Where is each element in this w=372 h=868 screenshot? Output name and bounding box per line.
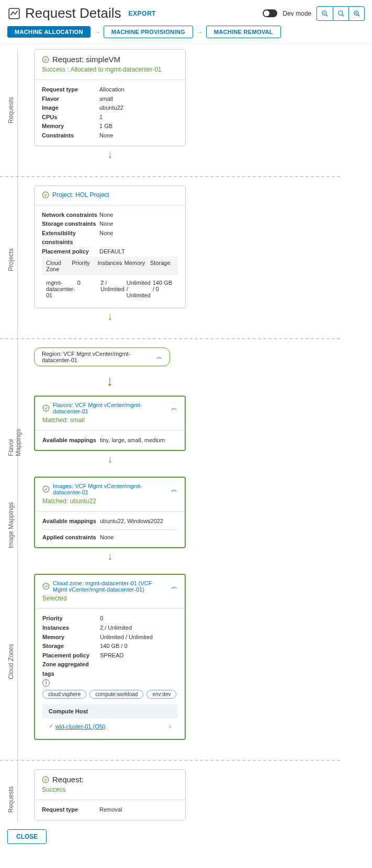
cluster-link[interactable]: wld-cluster-01 (ON) [55,723,105,730]
kv-val: None [100,533,177,542]
close-button[interactable]: CLOSE [7,829,47,844]
zoom-group [317,6,365,21]
kv-val: 1 GB [99,122,178,131]
kv-key: Priority [42,614,100,623]
arrow-down-icon: ↓ [34,310,186,322]
info-icon[interactable]: i [42,679,50,687]
check-circle-icon [42,191,49,199]
section-label-requests: Requests [7,786,15,813]
tags-row: cloud:vsphere compute:workload env:dev [42,690,177,699]
kv-key: Network constraints [42,211,99,220]
kv-key: Zone aggregated tags [42,660,100,678]
zoom-out-button[interactable] [317,7,333,20]
svg-point-10 [42,56,49,63]
chart-icon [7,7,21,20]
table-header: Cloud Zone Priority Instances Memory Sto… [42,257,178,275]
check-circle-icon [42,404,50,412]
section-label-cloud-zones: Cloud Zones [7,644,15,679]
td-memory: Unlimited / Unlimited [127,280,151,298]
kv-val: SPREAD [100,651,177,661]
kv-val: Removal [99,805,178,815]
kv-key: Placement policy [42,651,100,661]
card-cloud-zone: Cloud zone: mgmt-datacenter-01 (VCF Mgmt… [34,574,186,740]
check-circle-icon [42,485,50,493]
kv-val: 1 [99,113,178,122]
card-title-link[interactable]: Project: HOL Project [52,191,109,199]
tab-machine-allocation[interactable]: MACHINE ALLOCATION [7,26,91,38]
arrow-right-icon: → [94,28,100,36]
section-flavor-mappings: Flavor Mappings Flavors: VCF Mgmt vCente… [26,396,372,477]
kv-val: None [99,211,178,220]
section-image-mappings: Image Mappings Images: VCF Mgmt vCenter/… [26,477,372,574]
card-title-link[interactable]: Flavors: VCF Mgmt vCenter/mgmt-datacente… [53,402,168,414]
cluster-row: ✓ wld-cluster-01 (ON) ‹ [42,719,177,734]
section-label-requests: Requests [7,97,15,124]
kv-val: small [99,95,178,104]
tab-machine-provisioning[interactable]: MACHINE PROVISIONING [104,26,193,38]
card-status: Success [42,786,178,793]
dev-mode-toggle[interactable] [263,9,277,17]
card-images: Images: VCF Mgmt vCenter/mgmt-datacenter… [34,477,186,548]
kv-key: Applied constraints [42,533,100,542]
region-text: Region: VCF Mgmt vCenter/mgmt-datacenter… [42,351,156,363]
card-status: Selected [42,595,177,602]
chevron-up-icon[interactable]: ︽ [171,485,177,494]
section-cloud-zones: Cloud Zones Cloud zone: mgmt-datacenter-… [26,574,372,749]
kv-val: ubuntu22 [99,103,178,113]
check-circle-icon [42,56,49,63]
card-title-link[interactable]: Images: VCF Mgmt vCenter/mgmt-datacenter… [53,483,168,495]
region-pill[interactable]: Region: VCF Mgmt vCenter/mgmt-datacenter… [34,348,170,366]
chevron-up-icon[interactable]: ︽ [171,403,177,412]
card-status: Success : Allocated to mgmt-datacenter-0… [42,66,178,73]
kv-key: Extensibility constraints [42,229,99,247]
arrow-down-icon: ↓ [34,453,186,465]
card-request-simplevm: Request: simpleVM Success : Allocated to… [34,49,186,146]
svg-line-5 [342,14,344,16]
td-storage: 140 GB / 0 [153,280,174,298]
kv-val: Allocation [99,85,178,95]
arrow-down-icon: ↓ [34,148,186,160]
kv-key: Image [42,103,99,113]
section-label-flavor: Flavor Mappings [7,415,22,456]
zoom-in-button[interactable] [348,7,364,20]
card-flavors: Flavors: VCF Mgmt vCenter/mgmt-datacente… [34,396,186,452]
kv-key: CPUs [42,113,99,122]
svg-point-11 [42,192,49,198]
svg-line-7 [357,14,359,16]
kv-val: DEFAULT [99,247,178,257]
kv-key: Request type [42,85,99,95]
content-scroll[interactable]: Requests Request: simpleVM Success : All… [0,43,372,822]
export-link[interactable]: EXPORT [129,10,156,17]
kv-key: Storage [42,642,100,651]
kv-key: Memory [42,633,100,642]
chevron-up-icon[interactable]: ︽ [156,353,162,361]
card-title-link[interactable]: Cloud zone: mgmt-datacenter-01 (VCF Mgmt… [53,580,168,593]
chevron-left-icon[interactable]: ‹ [169,723,171,730]
kv-val: ubuntu22, Windows2022 [100,517,177,526]
kv-key: Request type [42,805,99,815]
zoom-reset-button[interactable] [333,7,348,20]
footer: CLOSE [0,822,372,851]
svg-point-13 [43,486,49,492]
th-priority: Priority [72,260,95,272]
kv-key: Constraints [42,131,99,141]
section-requests-2: Requests Request: Success Request typeRe… [26,769,372,822]
section-projects: Projects Project: HOL Project Network co… [26,186,372,334]
tag-env: env:dev [146,690,176,699]
td-instances: 2 / Unlimited [100,280,125,298]
chevron-up-icon[interactable]: ︽ [171,582,177,591]
arrow-down-icon: ↓ [34,373,186,389]
kv-val: tiny, large, small, medium [100,436,177,445]
kv-key: Flavor [42,95,99,104]
th-memory: Memory [125,260,148,272]
kv-val: 0 [100,614,177,623]
section-label-image: Image Mappings [7,502,15,549]
th-zone: Cloud Zone [46,260,70,272]
card-title: Request: simpleVM [52,55,120,64]
th-storage: Storage [150,260,174,272]
page-title: Request Details [25,5,121,21]
svg-point-15 [42,777,49,783]
tab-machine-removal[interactable]: MACHINE REMOVAL [206,26,281,38]
check-icon: ✓ [49,723,53,730]
th-instances: Instances [97,260,122,272]
